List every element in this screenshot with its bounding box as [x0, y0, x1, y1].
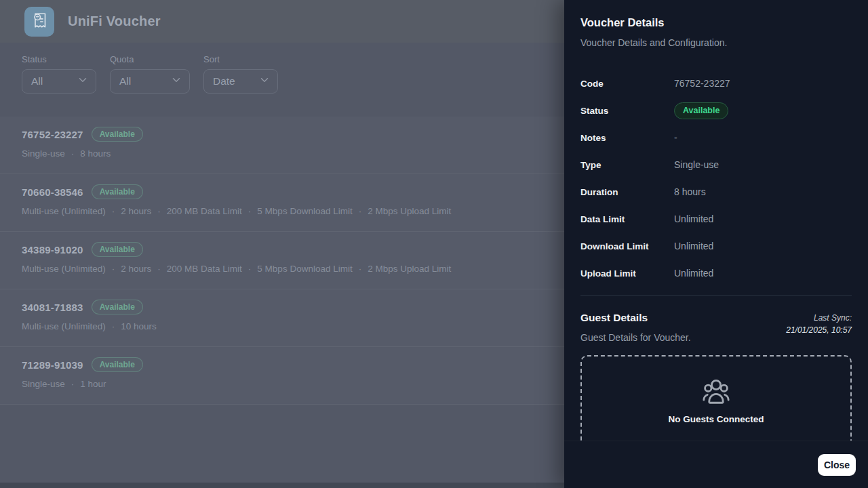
voucher-detail-part: 5 Mbps Download Limit — [257, 206, 352, 216]
field-value: Unlimited — [674, 214, 713, 224]
field-label: Notes — [580, 133, 674, 143]
voucher-detail-part: Single-use — [22, 148, 65, 159]
voucher-detail-part: Multi-use (Unlimited) — [22, 264, 106, 274]
field-label: Upload Limit — [580, 268, 674, 279]
voucher-status-badge: Available — [92, 242, 143, 257]
voucher-details-drawer: Voucher Details Voucher Details and Conf… — [564, 0, 868, 488]
dot-separator: · — [248, 206, 252, 216]
detail-field-row: Code 76752-23227 — [580, 70, 852, 97]
detail-field-row: Download Limit Unlimited — [580, 232, 852, 260]
voucher-status-badge: Available — [92, 300, 143, 314]
status-badge: Available — [674, 102, 728, 119]
field-value: 76752-23227 — [674, 78, 730, 89]
filter-group-sort: Sort Date — [203, 54, 278, 117]
field-value: Single-use — [674, 159, 719, 170]
voucher-detail-part: 2 Mbps Upload Limit — [368, 206, 451, 216]
voucher-detail-part: Single-use — [22, 379, 65, 389]
field-label: Status — [580, 106, 674, 116]
last-sync-block: Last Sync: 21/01/2025, 10:57 — [786, 313, 852, 335]
guest-details-title: Guest Details — [580, 312, 691, 324]
voucher-detail-part: 2 hours — [121, 206, 151, 216]
app-logo — [24, 7, 54, 37]
no-guests-message: No Guests Connected — [668, 414, 764, 424]
drawer-body: Voucher Details Voucher Details and Conf… — [564, 0, 868, 474]
drawer-footer: Close — [564, 441, 868, 488]
voucher-code: 76752-23227 — [22, 129, 83, 140]
voucher-detail-part: 1 hour — [80, 379, 106, 389]
detail-field-row: Upload Limit Unlimited — [580, 260, 852, 287]
filter-group-quota: Quota All — [110, 54, 190, 117]
voucher-code: 70660-38546 — [22, 186, 83, 198]
sort-filter-value: Date — [213, 75, 235, 87]
field-value: 8 hours — [674, 186, 706, 197]
field-label: Download Limit — [580, 241, 674, 251]
guest-details-subtitle: Guest Details for Voucher. — [580, 332, 691, 343]
voucher-status-badge: Available — [92, 184, 143, 199]
voucher-detail-part: 8 hours — [80, 148, 111, 159]
field-label: Type — [580, 160, 674, 170]
voucher-code: 71289-91039 — [22, 359, 83, 371]
page-title: UniFi Voucher — [68, 14, 161, 29]
field-value: - — [674, 132, 677, 143]
dot-separator: · — [359, 206, 362, 216]
voucher-detail-part: Multi-use (Unlimited) — [22, 321, 106, 331]
dot-separator: · — [248, 264, 252, 274]
drawer-title: Voucher Details — [580, 16, 852, 29]
detail-field-row: Data Limit Unlimited — [580, 205, 852, 232]
dot-separator: · — [359, 264, 362, 274]
guest-details-heading-block: Guest Details Guest Details for Voucher. — [580, 312, 691, 343]
detail-field-row: Duration 8 hours — [580, 178, 852, 205]
quota-filter-value: All — [119, 75, 131, 87]
dot-separator: · — [112, 321, 115, 331]
chevron-down-icon — [77, 74, 89, 89]
chevron-down-icon — [170, 74, 182, 89]
detail-field-row: Notes - — [580, 124, 852, 151]
last-sync-value: 21/01/2025, 10:57 — [786, 325, 852, 335]
voucher-receipt-wifi-icon — [29, 10, 50, 33]
status-filter-select[interactable]: All — [22, 69, 96, 94]
drawer-subtitle: Voucher Details and Configuration. — [580, 37, 852, 48]
users-group-icon — [701, 378, 732, 408]
quota-filter-select[interactable]: All — [110, 69, 190, 94]
voucher-code: 34081-71883 — [22, 302, 83, 313]
voucher-code: 34389-91020 — [22, 244, 83, 256]
dot-separator: · — [157, 206, 161, 216]
dot-separator: · — [71, 379, 75, 389]
dot-separator: · — [112, 206, 115, 216]
voucher-detail-part: 200 MB Data Limit — [167, 206, 242, 216]
sort-filter-label: Sort — [203, 54, 278, 64]
detail-field-row: Type Single-use — [580, 151, 852, 178]
quota-filter-label: Quota — [110, 54, 190, 64]
section-divider — [580, 295, 852, 296]
chevron-down-icon — [258, 74, 271, 89]
field-value: Available — [674, 102, 728, 119]
detail-field-row: Status Available — [580, 97, 852, 124]
voucher-fields: Code 76752-23227 Status Available Notes … — [580, 70, 852, 287]
status-filter-value: All — [31, 75, 43, 87]
guest-details-header: Guest Details Guest Details for Voucher.… — [580, 312, 852, 343]
filter-group-status: Status All — [22, 54, 96, 117]
status-filter-label: Status — [22, 54, 96, 64]
close-button[interactable]: Close — [818, 454, 856, 476]
voucher-detail-part: 200 MB Data Limit — [167, 264, 242, 274]
sort-filter-select[interactable]: Date — [203, 69, 278, 94]
voucher-status-badge: Available — [92, 127, 143, 142]
field-label: Code — [580, 79, 674, 89]
voucher-detail-part: 2 Mbps Upload Limit — [368, 264, 451, 274]
voucher-status-badge: Available — [92, 357, 143, 372]
field-value: Unlimited — [674, 268, 713, 279]
voucher-detail-part: 2 hours — [121, 264, 151, 274]
last-sync-label: Last Sync: — [786, 313, 852, 323]
dot-separator: · — [71, 148, 75, 159]
field-label: Data Limit — [580, 214, 674, 224]
field-value: Unlimited — [674, 241, 713, 251]
dot-separator: · — [112, 264, 115, 274]
voucher-detail-part: 10 hours — [121, 321, 157, 331]
field-label: Duration — [580, 187, 674, 197]
dot-separator: · — [157, 264, 161, 274]
voucher-detail-part: Multi-use (Unlimited) — [22, 206, 106, 216]
voucher-detail-part: 5 Mbps Download Limit — [257, 264, 352, 274]
